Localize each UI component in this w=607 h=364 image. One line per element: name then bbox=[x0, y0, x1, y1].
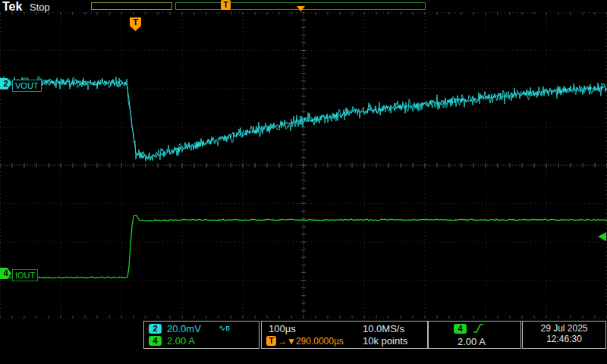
rising-edge-icon bbox=[473, 323, 484, 334]
ch4-label: IOUT bbox=[12, 269, 38, 281]
trigger-delay-value: →▼290.0000µs bbox=[278, 336, 344, 347]
ch2-coupling-bw-icon: ∿ʙ bbox=[219, 323, 230, 333]
ch2-badge: 2 bbox=[149, 324, 162, 334]
oscilloscope-screen: Tek Stop T T 2 VOUT 4 IOUT 2 20.0mV ∿ʙ 4… bbox=[0, 0, 607, 364]
datetime-box: 29 Jul 2025 12:46:30 bbox=[522, 321, 606, 349]
trigger-level: 2.00 A bbox=[458, 336, 486, 347]
ch2-label: VOUT bbox=[12, 80, 42, 92]
time: 12:46:30 bbox=[523, 334, 605, 344]
sample-rate: 10.0MS/s bbox=[363, 323, 404, 334]
waveform-traces bbox=[0, 0, 607, 364]
date: 29 Jul 2025 bbox=[523, 323, 605, 334]
ch4-scale: 2.00 A bbox=[167, 335, 195, 347]
trigger-readout-box: 4 2.00 A bbox=[428, 321, 521, 349]
horizontal-readout-box: 100µs 10.0MS/s T →▼290.0000µs 10k points bbox=[261, 321, 428, 349]
trigger-source-badge: 4 bbox=[454, 324, 467, 334]
record-length: 10k points bbox=[363, 335, 407, 347]
timebase-scale: 100µs bbox=[269, 323, 296, 334]
trigger-delay-badge: T bbox=[266, 336, 276, 346]
vertical-readout-box: 2 20.0mV ∿ʙ 4 2.00 A bbox=[143, 321, 259, 349]
ch2-scale: 20.0mV bbox=[167, 323, 201, 334]
ch4-badge: 4 bbox=[149, 336, 162, 346]
